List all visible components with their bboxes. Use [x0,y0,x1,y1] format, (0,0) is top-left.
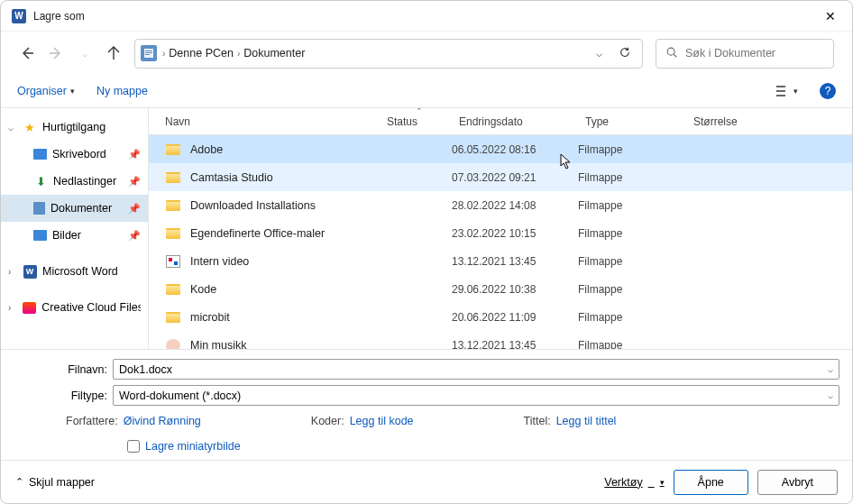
recent-dropdown[interactable]: ⌵ [77,45,93,61]
sidebar-downloads[interactable]: ⬇ Nedlastinger 📌 [1,168,148,195]
authors-value[interactable]: Øivind Rønning [124,415,201,427]
chevron-down-icon[interactable]: ⌵ [828,390,833,400]
folder-icon [165,283,181,296]
filetype-select[interactable]: Word-dokument (*.docx) ⌵ [113,385,839,406]
refresh-button[interactable] [613,46,637,61]
folder-icon [165,339,181,350]
tags-value[interactable]: Legg til kode [350,415,414,427]
footer: ⌃ Skjul mapper Verktøy ▾ Åpne Avbryt [1,460,852,503]
chevron-down-icon[interactable]: ⌵ [828,364,833,374]
search-icon [665,46,678,61]
file-date: 13.12.2021 13:45 [448,339,574,350]
creative-cloud-icon [23,300,37,315]
address-bar[interactable]: › Denne PCen › Dokumenter ⌵ [134,39,643,69]
close-button[interactable]: ✕ [820,4,841,29]
file-name: Adobe [190,143,223,156]
file-row[interactable]: Adobe06.05.2022 08:16Filmappe [149,135,852,163]
file-name: Kode [190,283,216,296]
chevron-right-icon: › [237,49,240,59]
file-row[interactable]: Intern video13.12.2021 13:45Filmappe [149,247,852,275]
filename-label: Filnavn: [14,363,113,376]
address-dropdown[interactable]: ⌵ [591,47,608,60]
column-type[interactable]: Type [582,115,690,128]
file-area: ⌃ Navn Status Endringsdato Type Størrels… [149,108,852,349]
folder-icon [165,227,181,240]
search-box[interactable] [656,39,834,69]
toolbar: Organiser ▾ Ny mappe ▾ ? [1,75,852,107]
file-row[interactable]: Min musikk13.12.2021 13:45Filmappe [149,331,852,349]
star-icon: ★ [23,120,37,134]
column-size[interactable]: Størrelse [690,115,780,128]
up-button[interactable] [105,45,122,61]
title-label: Tittel: [524,415,551,427]
file-name: Intern video [190,255,249,268]
cancel-button[interactable]: Avbryt [757,470,838,495]
tools-dropdown[interactable]: Verktøy ▾ [604,476,664,489]
file-type: Filmappe [574,311,683,324]
word-icon: W [23,264,37,279]
file-row[interactable]: Kode29.06.2022 10:38Filmappe [149,275,852,303]
file-name: Downloaded Installations [190,199,316,212]
column-date[interactable]: Endringsdato [455,115,582,128]
chevron-up-icon: ⌃ [15,476,23,488]
open-button[interactable]: Åpne [674,470,748,495]
desktop-icon [33,149,47,160]
sidebar-desktop[interactable]: Skrivebord 📌 [1,141,148,168]
pin-icon: 📌 [128,176,141,188]
file-row[interactable]: Downloaded Installations28.02.2022 14:08… [149,191,852,219]
title-value[interactable]: Legg til tittel [556,415,617,427]
column-name[interactable]: Navn [161,115,383,128]
word-icon: W [12,9,26,23]
file-type: Filmappe [574,199,683,212]
sidebar-documents[interactable]: Dokumenter 📌 [1,195,148,222]
file-date: 07.03.2022 09:21 [448,171,574,184]
thumbnail-checkbox[interactable] [127,440,140,453]
file-name: Camtasia Studio [190,171,273,184]
file-type: Filmappe [574,339,683,350]
filename-input[interactable]: Dok1.docx ⌵ [113,359,839,380]
breadcrumb-root[interactable]: Denne PCen [169,47,234,60]
breadcrumb[interactable]: › Denne PCen › Dokumenter [162,47,305,60]
picture-icon [33,230,47,241]
pin-icon: 📌 [128,149,141,160]
sidebar-quick-access[interactable]: ⌵ ★ Hurtigtilgang [1,114,148,141]
file-row[interactable]: microbit20.06.2022 11:09Filmappe [149,303,852,331]
file-date: 20.06.2022 11:09 [448,311,574,324]
tags-label: Koder: [311,415,344,427]
file-date: 13.12.2021 13:45 [448,255,574,268]
organize-button[interactable]: Organiser ▾ [17,85,75,97]
forward-button[interactable] [48,45,64,61]
file-row[interactable]: Camtasia Studio07.03.2022 09:21Filmappe [149,163,852,191]
thumbnail-label[interactable]: Lagre miniatyrbilde [145,440,241,453]
folder-icon [165,143,181,156]
new-folder-button[interactable]: Ny mappe [96,85,148,97]
nav-bar: ⌵ › Denne PCen › Dokumenter ⌵ [1,32,852,75]
main-area: ⌵ ★ Hurtigtilgang Skrivebord 📌 ⬇ Nedlast… [1,107,852,349]
svg-rect-3 [145,54,150,55]
breadcrumb-folder[interactable]: Dokumenter [243,47,305,60]
help-button[interactable]: ? [820,83,836,99]
search-input[interactable] [685,47,827,60]
chevron-right-icon: › [8,303,17,313]
file-date: 28.02.2022 14:08 [448,199,574,212]
column-status[interactable]: Status [383,115,455,128]
view-options-button[interactable]: ▾ [775,85,798,97]
pin-icon: 📌 [128,230,141,242]
back-button[interactable] [19,45,35,61]
file-date: 06.05.2022 08:16 [448,143,574,156]
file-type: Filmappe [574,171,683,184]
folder-icon [165,311,181,324]
svg-rect-1 [145,50,152,51]
sidebar-word[interactable]: › W Microsoft Word [1,258,148,285]
save-form: Filnavn: Dok1.docx ⌵ Filtype: Word-dokum… [1,349,852,460]
sidebar-pictures[interactable]: Bilder 📌 [1,222,148,249]
chevron-down-icon: ⌵ [8,123,17,133]
hide-folders-button[interactable]: ⌃ Skjul mapper [15,476,95,489]
sidebar-creative-cloud[interactable]: › Creative Cloud Files [1,294,148,321]
folder-icon [165,199,181,212]
file-list[interactable]: Adobe06.05.2022 08:16FilmappeCamtasia St… [149,135,852,349]
file-type: Filmappe [574,283,683,296]
svg-rect-2 [145,52,152,53]
file-row[interactable]: Egendefinerte Office-maler23.02.2022 10:… [149,219,852,247]
pin-icon: 📌 [128,203,141,215]
